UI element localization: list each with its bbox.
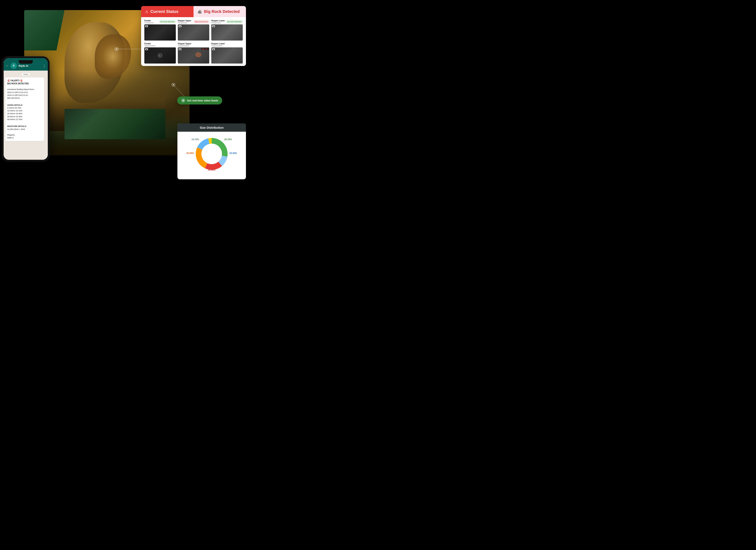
alert-message-bubble: 🚨 !!ALERT!! 🚨 BIG ROCK DETECTED Limeston… [5,77,44,141]
report-intro: Limestone feeding Report from~ [7,88,42,91]
feeder-segmentation-subname: Segmentation [144,45,156,47]
alert-type-text: BIG ROCK DETECTED [7,82,42,85]
camera-hopper-lower-segmentation: Hopper Lower Segmentation 📷 [211,43,243,63]
camera-hopper-upper-segmentation: Hopper Upper Segmentation 📷 Big rock [178,43,209,63]
camera-label-row-1: Feeder Perspective No issue detected [144,20,176,24]
more-options-icon[interactable]: ⋮ [43,64,46,68]
hopper-upper-status-badge: Big rock present [194,20,209,23]
feeder-status-badge: No issue detected [159,20,176,23]
camera-hopper-lower-perspective: Hopper Lower Perspective No issue detect… [211,20,243,41]
feeder-segmentation-preview[interactable]: 📷 ▶ [144,47,176,63]
label-13-70: 13.70% [192,138,199,140]
phone-outer-shell: ← R Ripik.AI ⋮ Today 🚨 !!ALERT!! 🚨 BIG R… [2,56,49,161]
label-22-94: 22.94% [186,152,194,154]
hopper-upper-perspective-preview[interactable]: 📷 [178,24,209,41]
hopper-lower-segmentation-preview[interactable]: 📷 [211,47,243,63]
size-10-20: 10-20mm 10.16% [7,109,42,112]
date-to: 2024-11-08T1310:13 on [7,94,42,97]
hopper-upper-segmentation-subname: Segmentation [178,45,191,47]
date-from: 2024-11-08T12:10:13 to [7,91,42,94]
size-20-30: 20-30mm 16.90% [7,112,42,115]
camera-label-row-5: Hopper Upper Segmentation [178,43,209,47]
label-10-16: 10.16% [229,152,237,154]
feeder-segmentation-name: Feeder [144,43,156,45]
hopper-lower-segmentation-subname: Segmentation [211,45,225,47]
chart-title: Size Distribution [181,126,243,129]
camera-label-row-4: Feeder Segmentation [144,43,176,47]
camera-icon-5: 📷 [179,48,181,50]
video-feed-label: Get real-time video feeds [187,99,218,102]
camera-feeder-segmentation: Feeder Segmentation 📷 ▶ [144,43,176,63]
rock-icon: 🪨 [198,9,202,14]
whatsapp-chat: Today 🚨 !!ALERT!! 🚨 BIG ROCK DETECTED Li… [4,71,48,160]
hopper-upper-segmentation-preview[interactable]: 📷 Big rock [178,47,209,63]
sizing-header: SIZING DETAILS: [7,104,42,106]
phone-screen: ← R Ripik.AI ⋮ Today 🚨 !!ALERT!! 🚨 BIG R… [4,58,48,160]
size-0-10: 0-10mm 25.76% [7,106,42,109]
hopper-upper-perspective-subname: Perspective [178,22,191,24]
camera-icon-6: 📷 [212,48,215,50]
label-25-76: 25.76% [224,138,232,140]
chart-body: 25.76% 10.16% 16.90% 22.94% 13.70% [177,132,246,176]
signature: Ripik AI [7,136,42,139]
camera-icon-3: 📷 [212,25,215,27]
contact-name: Ripik.AI [19,64,41,67]
chart-header: Size Distribution [177,123,246,132]
size-30-40: 30-40mm 22.94% [7,115,42,118]
camera-icon-1: 📷 [145,25,148,27]
camera-label-row-3: Hopper Lower Perspective No issue detect… [211,20,243,24]
donut-center-hole [205,147,219,161]
donut-chart: 25.76% 10.16% 16.90% 22.94% 13.70% [194,136,230,172]
machinery-left-graphic [24,10,65,50]
contact-info: Ripik.AI [19,64,41,67]
date-label: Today [22,73,30,76]
camera-label-row-6: Hopper Lower Segmentation [211,43,243,47]
camera-label-row-2: Hopper Upper Perspective Big rock presen… [178,20,209,24]
hopper-upper-perspective-name: Hopper Upper [178,20,191,22]
moisture-value: 14.29% (limit < 15%) [7,128,42,131]
avatar: R [10,62,17,69]
camera-icon-4: 📷 [145,48,148,50]
warning-icon: ⚠ [145,9,148,14]
play-button-icon[interactable]: ▶ [158,53,162,57]
status-tab-label: Current Status [150,9,178,14]
alert-header-text: 🚨 !!ALERT!! 🚨 [7,79,42,82]
size-distribution-panel: Size Distribution 25.76% 10.16% [177,123,246,179]
video-feed-button[interactable]: Get real-time video feeds [177,96,222,104]
hopper-lower-perspective-name: Hopper Lower [211,20,225,22]
rock-highlight-overlay [195,52,201,57]
phone-notch [19,60,33,64]
camera-hopper-upper-perspective: Hopper Upper Perspective Big rock presen… [178,20,209,41]
camera-grid: Feeder Perspective No issue detected 📷 H… [141,17,246,66]
hopper-lower-status-badge: No issue detected [226,20,243,23]
camera-icon-2: 📷 [179,25,181,27]
size-40-50: 40-50mm 13.70% [7,118,42,121]
dashboard-panel: ⚠ Current Status 🪨 Big Rock Detected Fee… [141,6,246,66]
feeder-perspective-preview[interactable]: 📷 [144,24,176,41]
hopper-lower-segmentation-name: Hopper Lower [211,43,225,45]
moisture-header: MOISTURE DETAILS: [7,125,42,128]
status-tab[interactable]: ⚠ Current Status [141,6,194,17]
camera-ref: belt camJ31c2. [7,97,42,99]
camera-feeder-perspective: Feeder Perspective No issue detected 📷 [144,20,176,41]
back-button[interactable]: ← [6,64,9,68]
dashboard-header: ⚠ Current Status 🪨 Big Rock Detected [141,6,246,17]
hopper-lower-perspective-subname: Perspective [211,22,225,24]
feeder-perspective-name: Feeder [144,20,154,22]
phone-mockup: ← R Ripik.AI ⋮ Today 🚨 !!ALERT!! 🚨 BIG R… [2,56,49,161]
regards: Regards, [7,133,42,136]
feeder-perspective-subname: Perspective [144,22,154,24]
rock-detected-label: Big rock [201,48,208,50]
hopper-lower-perspective-preview[interactable]: 📷 [211,24,243,41]
hopper-upper-segmentation-name: Hopper Upper [178,43,191,45]
alert-tab-label: Big Rock Detected [204,9,240,14]
alert-tab[interactable]: 🪨 Big Rock Detected [194,6,246,17]
label-16-90: 16.90% [208,169,215,171]
